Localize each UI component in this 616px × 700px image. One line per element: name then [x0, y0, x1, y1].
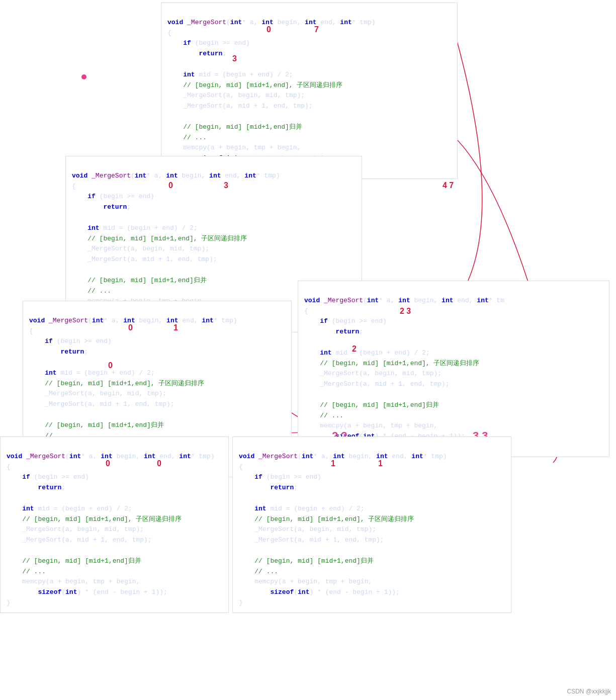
pink-dot [81, 74, 86, 79]
annot-block5-0b: 0 [157, 459, 161, 468]
page-container: void _MergeSort(int* a, int begin, int e… [0, 0, 616, 700]
annot-block4-0: 0 [128, 323, 133, 332]
annot-block1-0: 0 [267, 25, 271, 34]
annot-block6-1b: 1 [378, 459, 383, 468]
annot-block4-0b: 0 [108, 361, 113, 370]
annot-block1-3: 3 [232, 54, 237, 63]
annot-block3-2: 2 [352, 344, 357, 354]
annot-block2-0: 0 [168, 181, 173, 190]
annot-block2-47: 4 7 [443, 181, 454, 190]
watermark: CSDN @xxjkkjjk [567, 688, 611, 695]
code-block-1: void _MergeSort(int* a, int begin, int e… [161, 3, 458, 179]
code-block-5: void _MergeSort(int* a, int begin, int e… [0, 436, 229, 613]
annot-block3-23: 2 3 [400, 307, 411, 316]
annot-block6-1a: 1 [331, 459, 335, 468]
annot-block1-7: 7 [314, 25, 319, 34]
annot-block2-3: 3 [224, 181, 228, 190]
annot-block5-0a: 0 [106, 459, 110, 468]
annot-block4-1: 1 [173, 323, 178, 332]
code-block-6: void _MergeSort(int* a, int begin, int e… [232, 436, 511, 613]
